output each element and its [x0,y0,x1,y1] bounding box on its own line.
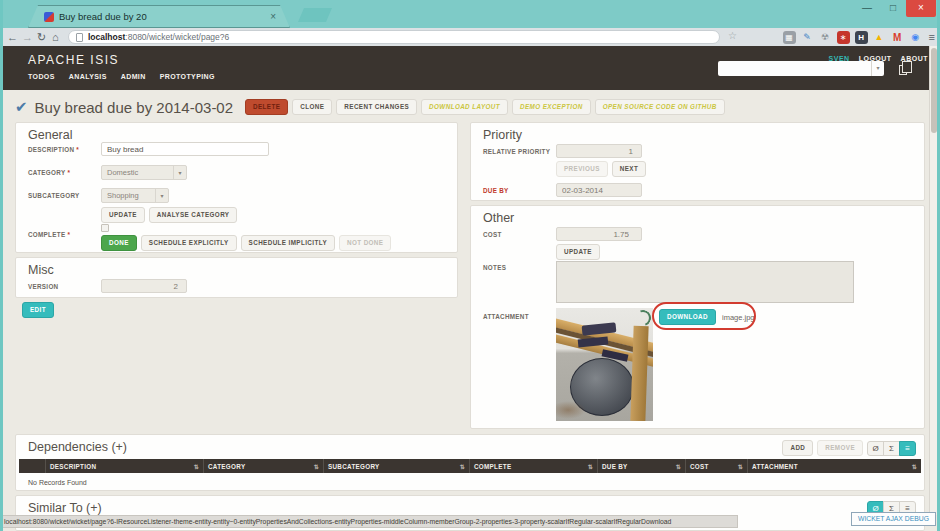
misc-title: Misc [28,263,54,277]
column-subcategory[interactable]: SUBCATEGORY⇅ [323,459,469,473]
next-button[interactable]: NEXT [612,161,646,177]
misc-card: Misc VERSION [15,257,458,298]
relative-priority-label: RELATIVE PRIORITY [483,148,550,155]
bookmark-star-icon[interactable]: ☆ [728,30,737,41]
update-cost-button[interactable]: UPDATE [556,244,600,260]
priority-card: Priority RELATIVE PRIORITY PREVIOUS NEXT… [470,122,925,201]
attachment-download-row: DOWNLOAD image.jpg [659,309,755,325]
table-view-icon[interactable]: ≡ [899,441,916,456]
menu-analysis[interactable]: ANALYSIS [69,73,107,80]
remove-button: REMOVE [817,440,863,456]
view-toggle-group: Ø Σ ≡ [867,441,916,456]
extension-feather-icon[interactable]: ✎ [801,31,814,44]
extension-cast-icon[interactable]: ◉ [909,31,922,44]
url-bar[interactable]: localhost:8080/wicket/wicket/page?6 [68,30,720,44]
priority-actions: PREVIOUS NEXT [556,161,646,177]
header-search-select[interactable]: ▾ [718,61,884,76]
general-card: General DESCRIPTION* CATEGORY* Domestic … [15,122,458,253]
version-field [101,279,187,293]
cost-field [556,227,642,241]
due-by-field[interactable] [556,183,642,197]
tab-close-icon[interactable]: × [270,12,276,22]
recent-changes-button[interactable]: RECENT CHANGES [336,99,417,115]
cost-label: COST [483,231,502,238]
wicket-ajax-debug-link[interactable]: WICKET AJAX DEBUG [851,512,936,526]
summary-view-icon[interactable]: Σ [883,441,900,456]
menu-admin[interactable]: ADMIN [121,73,146,80]
edit-button[interactable]: EDIT [22,302,54,318]
subcategory-select[interactable]: Shopping ▾ [101,188,169,203]
page-title: Buy bread due by 2014-03-02 [35,99,233,116]
entity-actions: DELETE CLONE RECENT CHANGES DOWNLOAD LAY… [245,99,725,115]
new-tab-button[interactable] [298,8,332,22]
priority-title: Priority [483,128,522,142]
cost-actions: UPDATE [556,244,600,260]
download-button[interactable]: DOWNLOAD [659,309,716,325]
done-button[interactable]: DONE [101,235,137,251]
other-card: Other COST UPDATE NOTES ATTACHMENT DOWNL… [470,205,925,429]
extension-antenna-icon[interactable]: ☢ [819,31,832,44]
description-field[interactable] [101,142,269,156]
delete-button[interactable]: DELETE [245,99,288,115]
column-category[interactable]: CATEGORY⇅ [203,459,323,473]
restore-button[interactable]: □ [880,0,906,17]
tab-title: Buy bread due by 20 [59,11,147,22]
update-category-button[interactable]: UPDATE [101,207,145,223]
browser-titlebar: Buy bread due by 20 × — □ × [0,0,940,28]
complete-label: COMPLETE* [28,231,70,238]
version-label: VERSION [28,283,58,290]
window-frame-left [0,0,3,531]
copy-icon[interactable] [899,65,907,75]
category-select[interactable]: Domestic ▾ [101,165,187,180]
subcategory-label: SUBCATEGORY [28,192,80,199]
column-complete[interactable]: COMPLETE⇅ [469,459,597,473]
attachment-label: ATTACHMENT [483,313,529,320]
due-by-label: DUE BY [483,187,509,194]
close-button[interactable]: × [906,0,936,17]
url-host: localhost [88,32,125,42]
github-source-button[interactable]: OPEN SOURCE CODE ON GITHUB [595,99,725,115]
browser-menu-icon[interactable]: ≡ [929,31,935,43]
analyse-category-button[interactable]: ANALYSE CATEGORY [149,207,238,223]
forward-icon[interactable]: → [22,30,33,44]
extension-red-icon[interactable]: ∗ [837,31,850,44]
schedule-explicitly-button[interactable]: SCHEDULE EXPLICITLY [141,235,237,251]
relative-priority-field [556,144,642,158]
column-due-by[interactable]: DUE BY⇅ [597,459,685,473]
browser-tab[interactable]: Buy bread due by 20 × [28,5,290,28]
scrollbar[interactable] [929,46,937,515]
download-layout-button[interactable]: DOWNLOAD LAYOUT [421,99,508,115]
sort-icon: ⇅ [191,463,199,470]
column-description[interactable]: DESCRIPTION⇅ [45,459,203,473]
column-cost[interactable]: COST⇅ [685,459,747,473]
main-menu: TODOS ANALYSIS ADMIN PROTOTYPING [28,73,215,80]
notes-textarea[interactable] [556,261,854,303]
extension-drive-icon[interactable]: ▲ [873,31,886,44]
menu-prototyping[interactable]: PROTOTYPING [160,73,215,80]
demo-exception-button[interactable]: DEMO EXCEPTION [512,99,591,115]
extension-gmail-icon[interactable]: M [891,31,904,44]
column-attachment[interactable]: ATTACHMENT⇅ [747,459,921,473]
page-icon [76,33,83,42]
sort-icon: ⇅ [585,463,593,470]
sort-icon: ⇅ [311,463,319,470]
clone-button[interactable]: CLONE [292,99,332,115]
home-icon[interactable]: ⌂ [52,30,59,44]
extension-h-icon[interactable]: H [855,31,868,44]
extension-grid-icon[interactable]: ▦ [783,31,796,44]
hide-view-icon[interactable]: Ø [867,441,884,456]
chevron-down-icon: ▾ [155,189,168,202]
add-button[interactable]: ADD [782,440,813,456]
app-header: APACHE ISIS SVEN LOGOUT ABOUT TODOS ANAL… [0,46,940,90]
reload-icon[interactable]: ↻ [37,30,46,44]
complete-checkbox[interactable] [101,224,109,232]
back-icon[interactable]: ← [7,30,18,44]
screen: Buy bread due by 20 × — □ × ← → ↻ ⌂ loca… [0,0,940,531]
extensions-row: ▦ ✎ ☢ ∗ H ▲ M ◉ ≡ [783,30,935,44]
chevron-down-icon: ▾ [871,61,884,76]
schedule-implicitly-button[interactable]: SCHEDULE IMPLICITLY [241,235,335,251]
chevron-down-icon: ▾ [173,166,186,179]
menu-todos[interactable]: TODOS [28,73,55,80]
empty-table-message: No Records Found [28,479,87,486]
minimize-button[interactable]: — [854,0,880,17]
